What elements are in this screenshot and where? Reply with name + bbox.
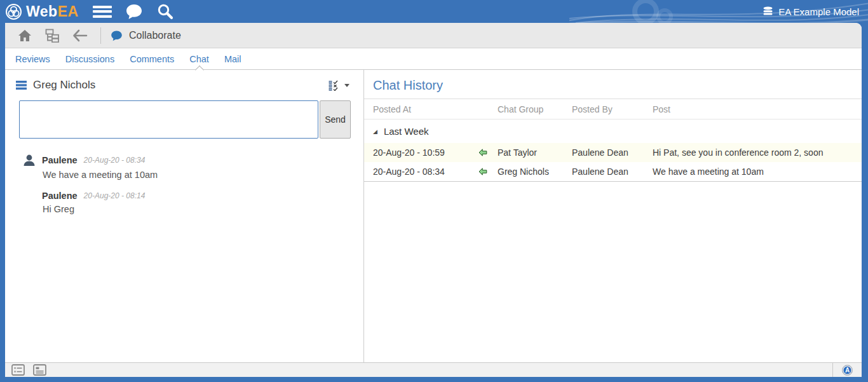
cell-direction [468,167,498,176]
message-timestamp: 20-Aug-20 - 08:14 [84,191,146,200]
tab-discussions[interactable]: Discussions [58,48,122,69]
notes-view-button[interactable] [33,364,46,376]
properties-view-button[interactable] [11,364,25,376]
tab-reviews[interactable]: Reviews [8,48,58,69]
model-name: EA Example Model [778,6,859,17]
table-row[interactable]: 20-Aug-20 - 10:59 Pat Taylor Paulene Dea… [364,143,862,162]
column-header-chat-group: Chat Group [498,104,572,114]
cell-direction [468,148,498,157]
cell-posted-by: Paulene Dean [572,167,653,177]
message-text: We have a meeting at 10am [23,170,351,180]
incoming-arrow-icon [478,167,487,176]
home-icon [18,29,32,42]
browser-button[interactable] [38,24,66,48]
message-author: Paulene [42,191,78,201]
chat-panel: Greg Nichols [5,70,364,362]
database-icon [763,6,773,17]
main-area: Greg Nichols [5,70,862,362]
chat-bubble-icon [125,3,144,20]
collaborate-tabs: Reviews Discussions Comments Chat Mail [5,48,862,70]
content-frame: Collaborate Reviews Discussions Comments… [5,23,862,377]
hamburger-icon [93,3,112,20]
status-bar-right: A [832,363,862,377]
page-title: Collaborate [129,30,181,41]
about-badge[interactable]: A [842,365,853,376]
navigation-toolbar: Collaborate [5,23,862,48]
message-timestamp: 20-Aug-20 - 08:34 [84,156,146,165]
hierarchy-icon [44,29,60,43]
compose-area: Send [5,100,363,139]
chat-history-rows: 20-Aug-20 - 10:59 Pat Taylor Paulene Dea… [364,143,862,182]
chat-options-button[interactable] [329,80,349,91]
tab-comments[interactable]: Comments [122,48,182,69]
cell-posted-at: 20-Aug-20 - 10:59 [364,147,468,158]
table-row[interactable]: 20-Aug-20 - 08:34 Greg Nichols Paulene D… [364,162,862,181]
chat-history-title: Chat History [364,70,862,99]
column-header-posted-at: Posted At [364,104,468,114]
webea-logo[interactable]: WebEA [5,3,79,20]
tab-chat[interactable]: Chat [182,48,217,69]
incoming-arrow-icon [478,148,487,157]
message-text: Hi Greg [23,204,351,214]
search-icon [156,3,174,20]
group-label: Last Week [384,126,429,137]
chat-message: Paulene 20-Aug-20 - 08:14 Hi Greg [23,191,351,214]
status-bar: A [5,362,862,377]
cell-post: Hi Pat, see you in conference room 2, so… [653,147,862,158]
main-menu-button[interactable] [86,0,118,23]
cell-chat-group: Pat Taylor [498,147,572,158]
cell-posted-by: Paulene Dean [572,147,653,158]
back-button[interactable] [66,24,94,48]
column-header-posted-by: Posted By [572,104,653,114]
tab-mail[interactable]: Mail [217,48,249,69]
collapse-triangle-icon: ◢ [373,128,377,135]
collaborate-icon [110,30,123,41]
message-author: Paulene [42,155,78,165]
chat-messages: Paulene 20-Aug-20 - 08:34 We have a meet… [5,139,363,214]
person-avatar-icon [23,154,36,167]
send-button[interactable]: Send [320,100,351,139]
back-arrow-icon [72,29,88,42]
search-button[interactable] [150,0,180,23]
logo-text: WebEA [26,3,79,20]
cell-posted-at: 20-Aug-20 - 08:34 [364,167,468,177]
column-header-post: Post [653,104,862,114]
history-group-last-week[interactable]: ◢ Last Week [364,119,862,143]
list-view-icon [11,364,25,376]
home-button[interactable] [11,24,38,48]
chat-panel-header: Greg Nichols [5,70,363,100]
chat-history-header-row: Posted At Chat Group Posted By Post [364,99,862,119]
cell-post: We have a meeting at 10am [653,167,862,177]
chat-menu-icon[interactable] [16,81,27,90]
cell-chat-group: Greg Nichols [498,167,572,177]
toolbar-divider [100,27,101,44]
checklist-icon [329,80,339,91]
chat-partner-name: Greg Nichols [33,79,95,92]
document-view-icon [33,364,46,376]
sparx-knot-icon [5,3,22,20]
chevron-down-icon [344,84,349,87]
chat-message-input[interactable] [19,100,318,139]
model-selector[interactable]: EA Example Model [763,6,868,17]
webea-app: WebEA EA Example Model [0,0,868,382]
chat-message: Paulene 20-Aug-20 - 08:34 We have a meet… [23,154,351,180]
chat-history-panel: Chat History Posted At Chat Group Posted… [364,70,862,362]
top-bar: WebEA EA Example Model [0,0,868,23]
collaboration-button[interactable] [118,0,150,23]
breadcrumb: Collaborate [110,30,181,41]
